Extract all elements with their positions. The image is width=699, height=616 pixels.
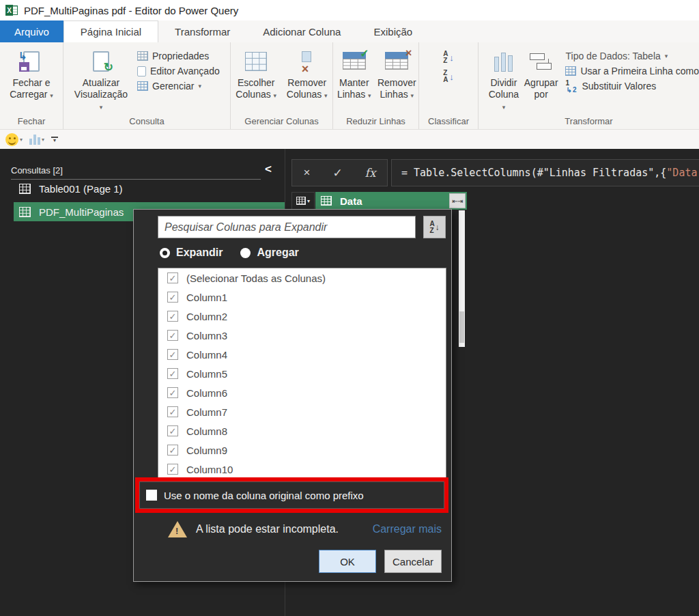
manter-linhas-button[interactable]: ✓ Manter Linhas ▾ bbox=[334, 48, 374, 102]
column-list-item[interactable]: Column4 bbox=[158, 345, 446, 364]
cancel-button[interactable]: Cancelar bbox=[384, 550, 442, 573]
checkbox-checked-icon[interactable] bbox=[167, 349, 178, 360]
table-icon bbox=[321, 196, 332, 206]
ok-button[interactable]: OK bbox=[319, 550, 376, 573]
search-columns-input[interactable] bbox=[158, 216, 416, 238]
columns-checklist: (Selecionar Todas as Colunas) Column1 Co… bbox=[158, 268, 446, 478]
ribbon-group-consulta: ↻ Atualizar Visualização ▾ Propriedades … bbox=[63, 42, 231, 129]
formula-bar-buttons: × ✓ fx bbox=[291, 159, 388, 186]
quick-access-toolbar: ▾ ▾ ▾ bbox=[0, 130, 699, 149]
window-title: PDF_MultiPaginas pdf - Editor do Power Q… bbox=[24, 5, 238, 16]
incomplete-list-warning: ! A lista pode estar incompleta. Carrega… bbox=[168, 521, 442, 537]
warning-icon: ! bbox=[168, 521, 187, 537]
column-list-item[interactable]: Column2 bbox=[158, 307, 446, 326]
ribbon: ↳ Fechar e Carregar ▾ Fechar ↻ Atualizar… bbox=[0, 42, 699, 130]
column-list-item[interactable]: Column10 bbox=[158, 460, 446, 478]
checkbox-checked-icon[interactable] bbox=[167, 330, 178, 341]
query-item-table001[interactable]: Table001 (Page 1) bbox=[14, 179, 285, 198]
column-list-item[interactable]: Column1 bbox=[158, 288, 446, 307]
radio-selected-icon bbox=[160, 248, 170, 258]
group-label-transformar: Transformar bbox=[479, 116, 699, 126]
checkbox-checked-icon[interactable] bbox=[167, 311, 178, 322]
checkbox-checked-icon[interactable] bbox=[167, 387, 178, 398]
expand-mode-radios: Expandir Agregar bbox=[160, 247, 299, 259]
gerenciar-button[interactable]: Gerenciar ▾ bbox=[137, 81, 220, 92]
agrupar-por-button[interactable]: Agrupar por bbox=[524, 48, 559, 100]
group-label-fechar: Fechar bbox=[0, 116, 63, 126]
tab-transformar[interactable]: Transformar bbox=[158, 20, 246, 42]
collapse-panel-chevron-icon[interactable]: < bbox=[265, 163, 272, 176]
remove-rows-icon: × bbox=[385, 48, 408, 75]
grid-scrollbar[interactable] bbox=[459, 210, 465, 347]
manage-icon bbox=[137, 81, 148, 91]
atualizar-visualizacao-button[interactable]: ↻ Atualizar Visualização ▾ bbox=[72, 48, 130, 113]
sort-descending-button[interactable]: ZA ↓ bbox=[443, 70, 454, 83]
ribbon-group-classificar: AZ ↓ ZA ↓ Classificar bbox=[419, 42, 479, 129]
group-label-consulta: Consulta bbox=[63, 116, 230, 126]
keep-rows-icon: ✓ bbox=[343, 48, 366, 75]
escolher-colunas-button[interactable]: Escolher Colunas ▾ bbox=[232, 48, 281, 102]
checkbox-checked-icon[interactable] bbox=[167, 445, 178, 456]
table-icon bbox=[19, 207, 31, 217]
smiley-feedback-button[interactable]: ▾ bbox=[5, 133, 23, 146]
dividir-coluna-button[interactable]: Dividir Coluna ▾ bbox=[487, 48, 521, 113]
column-list-item[interactable]: Column7 bbox=[158, 402, 446, 421]
dialog-buttons: OK Cancelar bbox=[134, 550, 451, 573]
checkbox-unchecked-icon[interactable] bbox=[146, 490, 157, 501]
ribbon-group-gerenciar-colunas: Escolher Colunas ▾ × Remover Colunas ▾ G… bbox=[231, 42, 333, 129]
column-list-item[interactable]: (Selecionar Todas as Colunas) bbox=[158, 268, 446, 288]
group-label-classificar: Classificar bbox=[419, 116, 478, 126]
usar-primeira-linha-button[interactable]: Usar a Primeira Linha como bbox=[565, 66, 699, 76]
formula-bar-input[interactable]: = Table.SelectColumns(#"Linhas Filtradas… bbox=[391, 159, 699, 186]
use-original-column-name-option[interactable]: Use o nome da coluna original como prefi… bbox=[139, 481, 444, 509]
sort-ascending-button[interactable]: AZ ↓ bbox=[443, 51, 454, 64]
checkbox-checked-icon[interactable] bbox=[167, 368, 178, 379]
tab-arquivo[interactable]: Arquivo bbox=[0, 20, 63, 42]
scrollbar-thumb[interactable] bbox=[459, 311, 464, 343]
refresh-preview-icon: ↻ bbox=[93, 48, 109, 75]
fechar-e-carregar-button[interactable]: ↳ Fechar e Carregar ▾ bbox=[7, 48, 56, 102]
commit-formula-icon[interactable]: ✓ bbox=[332, 166, 342, 180]
column-header-data[interactable]: Data ⇤⇥ bbox=[315, 192, 467, 210]
remover-colunas-button[interactable]: × Remover Colunas ▾ bbox=[283, 48, 332, 102]
propriedades-button[interactable]: Propriedades bbox=[137, 51, 220, 61]
checkbox-checked-icon[interactable] bbox=[167, 292, 178, 303]
queries-panel-header: Consultas [2] bbox=[11, 165, 261, 180]
remover-linhas-button[interactable]: × Remover Linhas ▾ bbox=[377, 48, 417, 102]
expand-column-button[interactable]: ⇤⇥ bbox=[449, 193, 466, 208]
radio-agregar[interactable]: Agregar bbox=[240, 247, 298, 259]
column-list-item[interactable]: Column3 bbox=[158, 326, 446, 345]
checkbox-checked-icon[interactable] bbox=[167, 425, 178, 436]
editor-avancado-button[interactable]: Editor Avançado bbox=[137, 66, 220, 76]
tipo-de-dados-button[interactable]: Tipo de Dados: Tabela ▾ bbox=[565, 51, 699, 61]
checkbox-checked-icon[interactable] bbox=[167, 272, 178, 283]
chart-button[interactable]: ▾ bbox=[29, 135, 44, 145]
radio-expandir[interactable]: Expandir bbox=[160, 247, 223, 259]
bar-chart-icon bbox=[29, 135, 40, 145]
tab-exibicao[interactable]: Exibição bbox=[357, 20, 429, 42]
checkbox-checked-icon[interactable] bbox=[167, 406, 178, 417]
tab-adicionar-coluna[interactable]: Adicionar Coluna bbox=[246, 20, 357, 42]
fx-icon[interactable]: fx bbox=[365, 166, 376, 180]
ribbon-group-fechar: ↳ Fechar e Carregar ▾ Fechar bbox=[0, 42, 63, 129]
ribbon-group-reduzir-linhas: ✓ Manter Linhas ▾ × Remover Linhas ▾ Red… bbox=[333, 42, 419, 129]
tab-pagina-inicial[interactable]: Página Inicial bbox=[63, 20, 158, 42]
checkbox-checked-icon[interactable] bbox=[167, 464, 178, 475]
substituir-valores-button[interactable]: 1 ↳ 2 Substituir Valores bbox=[565, 81, 699, 92]
split-column-icon bbox=[494, 48, 513, 75]
column-list-item[interactable]: Column6 bbox=[158, 383, 446, 402]
sort-columns-button[interactable]: AZ ↓ bbox=[423, 216, 446, 238]
column-list-item[interactable]: Column5 bbox=[158, 364, 446, 383]
expand-icon: ⇤⇥ bbox=[453, 197, 463, 205]
cancel-formula-icon[interactable]: × bbox=[303, 166, 310, 180]
customize-toolbar-button[interactable]: ▾ bbox=[51, 137, 58, 143]
group-label-reduzir-linhas: Reduzir Linhas bbox=[333, 116, 418, 126]
choose-columns-icon bbox=[245, 48, 267, 75]
column-list-item[interactable]: Column9 bbox=[158, 440, 446, 460]
column-list-item[interactable]: Column8 bbox=[158, 421, 446, 440]
table-icon bbox=[19, 184, 31, 194]
load-more-link[interactable]: Carregar mais bbox=[373, 523, 442, 535]
power-query-editor-window: X PDF_MultiPaginas pdf - Editor do Power… bbox=[0, 0, 699, 616]
table-corner-menu-button[interactable]: ▾ bbox=[291, 192, 315, 210]
radio-unselected-icon bbox=[240, 248, 251, 258]
